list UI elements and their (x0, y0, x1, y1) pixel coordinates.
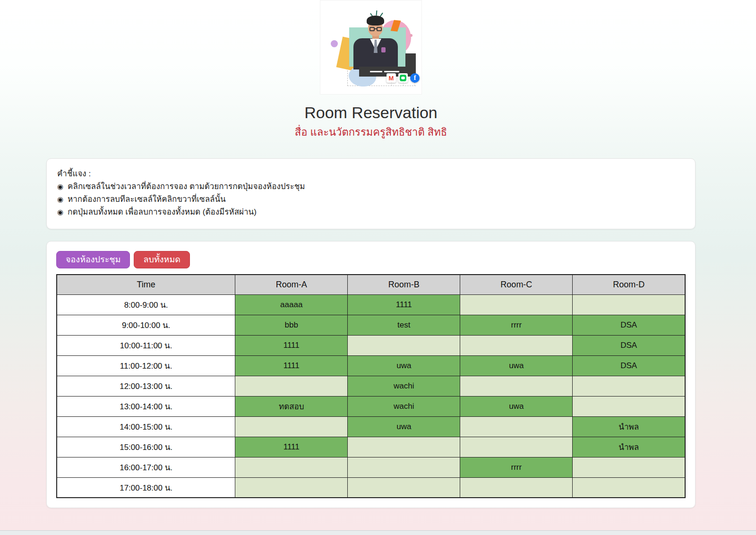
table-row: 16:00-17:00 น.rrrr (57, 457, 685, 477)
reservation-cell[interactable]: นำพล (573, 416, 685, 437)
reservation-cell[interactable]: rrrr (460, 457, 573, 477)
content-container: M f Room Reservation สื่อ และนวัตกรรมครู… (46, 0, 696, 508)
header-illustration: M f (320, 0, 422, 95)
table-row: 15:00-16:00 น.1111นำพล (57, 437, 685, 457)
reservation-cell[interactable]: 1111 (235, 437, 348, 457)
reservation-cell[interactable]: test (348, 315, 460, 335)
column-header-room-d: Room-D (573, 275, 685, 294)
time-cell: 12:00-13:00 น. (57, 376, 235, 396)
time-cell: 13:00-14:00 น. (57, 396, 235, 416)
portrait-badge (381, 47, 386, 52)
purple-dot (331, 40, 338, 47)
line-icon (398, 73, 408, 83)
reservation-cell[interactable]: DSA (573, 335, 685, 355)
table-row: 12:00-13:00 น.wachi (57, 376, 685, 396)
reservation-cell[interactable]: uwa (348, 355, 460, 376)
time-cell: 17:00-18:00 น. (57, 477, 235, 498)
reservation-cell[interactable]: uwa (460, 396, 573, 416)
reservation-cell[interactable] (235, 376, 348, 396)
reservation-cell[interactable]: uwa (348, 416, 460, 437)
reserve-room-button[interactable]: จองห้องประชุม (56, 251, 130, 269)
toolbar: จองห้องประชุม ลบทั้งหมด (56, 251, 686, 269)
table-row: 17:00-18:00 น. (57, 477, 685, 498)
facebook-icon: f (410, 73, 420, 83)
reservation-cell[interactable]: 1111 (348, 294, 460, 315)
time-cell: 14:00-15:00 น. (57, 416, 235, 437)
instructions-list: ◉คลิกเซลล์ในช่วงเวลาที่ต้องการจอง ตามด้ว… (57, 180, 685, 218)
table-row: 10:00-11:00 น.1111DSA (57, 335, 685, 355)
facebook-letter: f (414, 75, 416, 81)
reservation-cell[interactable]: DSA (573, 355, 685, 376)
reservation-cell[interactable] (573, 294, 685, 315)
reservation-cell[interactable] (460, 437, 573, 457)
glasses-bridge (374, 28, 377, 29)
bullet-icon: ◉ (57, 180, 63, 193)
instruction-text: กดปุ่มลบทั้งหมด เพื่อลบการจองทั้งหมด (ต้… (68, 206, 257, 218)
column-header-room-a: Room-A (235, 275, 348, 294)
time-cell: 16:00-17:00 น. (57, 457, 235, 477)
reservation-cell[interactable] (235, 457, 348, 477)
reservation-cell[interactable] (460, 477, 573, 498)
table-row: 9:00-10:00 น.bbbtestrrrrDSA (57, 315, 685, 335)
column-header-room-c: Room-C (460, 275, 573, 294)
instructions-heading: คำชี้แจง : (57, 167, 685, 180)
reservation-cell[interactable]: wachi (348, 396, 460, 416)
reservation-cell[interactable]: uwa (460, 355, 573, 376)
instruction-text: หากต้องการลบทีละเซลล์ให้คลิกขวาที่เซลล์น… (68, 193, 226, 206)
reservation-cell[interactable] (348, 457, 460, 477)
instruction-text: คลิกเซลล์ในช่วงเวลาที่ต้องการจอง ตามด้วย… (68, 180, 305, 193)
reservation-cell[interactable] (235, 416, 348, 437)
page-header: M f Room Reservation สื่อ และนวัตกรรมครู… (46, 0, 696, 139)
table-body: 8:00-9:00 น.aaaaa11119:00-10:00 น.bbbtes… (57, 294, 685, 498)
bullet-icon: ◉ (57, 206, 63, 218)
reservation-cell[interactable] (460, 335, 573, 355)
reservation-cell[interactable] (348, 335, 460, 355)
reservation-cell[interactable]: ทดสอบ (235, 396, 348, 416)
reservation-cell[interactable]: นำพล (573, 437, 685, 457)
line-badge (400, 75, 406, 81)
line-bubble (401, 77, 405, 79)
reservation-cell[interactable] (348, 477, 460, 498)
reservation-cell[interactable]: aaaaa (235, 294, 348, 315)
reservation-card: จองห้องประชุม ลบทั้งหมด TimeRoom-ARoom-B… (46, 241, 696, 509)
reservation-cell[interactable] (460, 294, 573, 315)
reservation-cell[interactable] (460, 416, 573, 437)
column-header-time: Time (57, 275, 235, 294)
reservation-table: TimeRoom-ARoom-BRoom-CRoom-D 8:00-9:00 น… (56, 274, 686, 498)
bullet-icon: ◉ (57, 193, 63, 206)
page-subtitle: สื่อ และนวัตกรรมครูสิทธิชาติ สิทธิ (46, 126, 696, 139)
table-header-row: TimeRoom-ARoom-BRoom-CRoom-D (57, 275, 685, 294)
reservation-cell[interactable] (573, 457, 685, 477)
reservation-cell[interactable]: rrrr (460, 315, 573, 335)
pink-dot (410, 34, 412, 37)
reservation-cell[interactable] (348, 437, 460, 457)
footer-strip (0, 530, 756, 535)
reservation-cell[interactable]: DSA (573, 315, 685, 335)
delete-all-button[interactable]: ลบทั้งหมด (134, 251, 190, 269)
page-title: Room Reservation (46, 102, 696, 123)
reservation-cell[interactable] (573, 396, 685, 416)
reservation-cell[interactable] (460, 376, 573, 396)
instruction-item: ◉คลิกเซลล์ในช่วงเวลาที่ต้องการจอง ตามด้ว… (57, 180, 685, 193)
time-cell: 15:00-16:00 น. (57, 437, 235, 457)
instruction-item: ◉หากต้องการลบทีละเซลล์ให้คลิกขวาที่เซลล์… (57, 193, 685, 206)
time-cell: 10:00-11:00 น. (57, 335, 235, 355)
instructions-card: คำชี้แจง : ◉คลิกเซลล์ในช่วงเวลาที่ต้องกา… (46, 158, 696, 229)
table-row: 11:00-12:00 น.1111uwauwaDSA (57, 355, 685, 376)
reservation-cell[interactable]: 1111 (235, 355, 348, 376)
banner-text-line (370, 71, 382, 72)
time-cell: 8:00-9:00 น. (57, 294, 235, 315)
gmail-letter: M (389, 75, 394, 81)
table-row: 13:00-14:00 น.ทดสอบwachiuwa (57, 396, 685, 416)
reservation-cell[interactable] (573, 376, 685, 396)
reservation-cell[interactable]: bbb (235, 315, 348, 335)
reservation-cell[interactable] (235, 477, 348, 498)
gmail-icon: M (387, 73, 396, 83)
reservation-cell[interactable] (573, 477, 685, 498)
portrait-hair (367, 16, 384, 26)
reservation-cell[interactable]: 1111 (235, 335, 348, 355)
reservation-cell[interactable]: wachi (348, 376, 460, 396)
time-cell: 9:00-10:00 น. (57, 315, 235, 335)
banner-text-line (384, 71, 399, 72)
column-header-room-b: Room-B (348, 275, 460, 294)
